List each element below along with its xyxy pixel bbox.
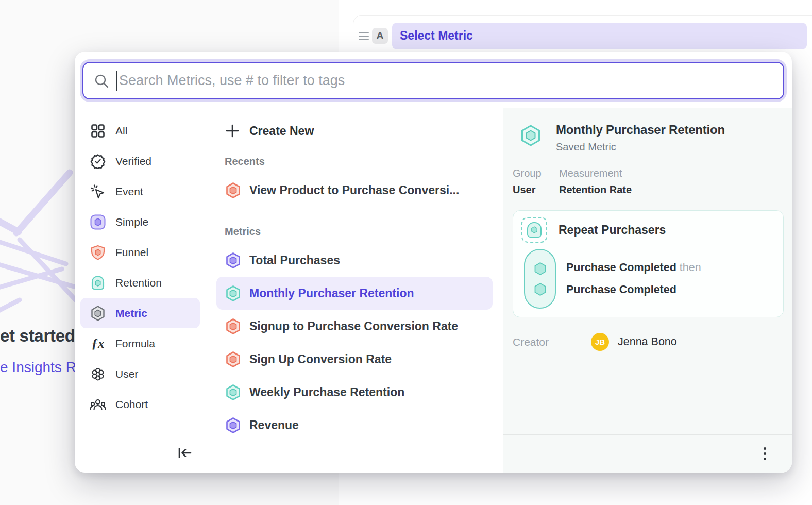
funnel-shield-icon [90,244,106,261]
metrics-header: Metrics [216,226,493,238]
step-hex-icon [533,262,547,276]
search-bar [82,62,784,99]
group-value: User [513,184,559,196]
saved-metric-hex-icon [519,124,543,147]
measurement-label: Measurement [559,167,632,179]
recents-header: Recents [216,156,493,167]
detail-header: Monthly Purchaser Retention Saved Metric [513,123,784,153]
creator-name: Jenna Bono [618,335,677,348]
sidebar-item-cohort[interactable]: Cohort [80,389,200,419]
detail-footer [503,434,792,473]
measurement-value: Retention Rate [559,184,632,196]
metric-item-label: Monthly Purchaser Retention [249,287,414,300]
list-divider [216,216,493,216]
retention-steps-capsule [524,249,556,309]
sidebar-item-simple[interactable]: Simple [80,207,200,237]
recent-item-label: View Product to Purchase Conversi... [249,183,459,197]
retention-door-icon [90,275,106,291]
sidebar-item-label: Cohort [115,398,148,411]
metric-list-panel: Create New Recents View Product to Purch… [206,108,503,473]
drag-handle-icon[interactable] [359,32,369,40]
create-new-button[interactable]: Create New [216,115,493,146]
retention-step-2: Purchase Completed [566,283,701,296]
metric-item-label: Revenue [249,418,299,432]
sidebar-item-user[interactable]: User [80,359,200,389]
sidebar-item-all[interactable]: All [80,115,200,146]
step-hex-icon [533,282,547,296]
creator-row: Creator JB Jenna Bono [513,333,784,351]
background-link-fragment[interactable]: e Insights Re [0,359,84,376]
metric-item-revenue[interactable]: Revenue [216,409,493,442]
select-metric-button[interactable]: Select Metric [392,23,807,49]
metric-detail-panel: Monthly Purchaser Retention Saved Metric… [503,108,792,473]
metric-hex-icon-teal [225,285,242,302]
sidebar-item-label: Formula [115,338,155,350]
detail-subtitle: Saved Metric [556,141,725,153]
screen: et started. e Insights Re A Select Metri… [0,0,812,505]
select-metric-label: Select Metric [400,29,473,43]
metric-item-sign-up-conversion-rate[interactable]: Sign Up Conversion Rate [216,343,493,376]
collapse-sidebar-icon[interactable] [178,446,192,460]
sidebar-item-funnel[interactable]: Funnel [80,237,200,267]
sidebar-item-label: Simple [115,216,148,228]
metric-hex-icon-red [225,182,242,199]
retention-flow: Purchase Completed then Purchase Complet… [521,249,776,309]
filter-sidebar: All Verified [75,108,206,473]
metric-item-signup-to-purchase-conversion-rate[interactable]: Signup to Purchase Conversion Rate [216,310,493,343]
step-then-text: then [676,261,701,274]
sidebar-item-label: All [115,125,127,137]
sidebar-item-formula[interactable]: ƒx Formula [80,328,200,359]
metric-hex-icon-red [225,318,242,335]
sidebar-item-verified[interactable]: Verified [80,146,200,176]
metric-hexagon-icon [90,305,106,322]
metric-hex-icon-teal [225,384,242,401]
search-icon [94,73,109,89]
metric-hex-icon-purple [225,417,242,434]
sidebar-item-retention[interactable]: Retention [80,267,200,298]
modal-body: All Verified [75,108,792,473]
sidebar-item-label: Funnel [115,246,148,259]
background-heading-fragment: et started. [0,326,79,346]
recent-item[interactable]: View Product to Purchase Conversi... [216,174,493,207]
metric-item-label: Sign Up Conversion Rate [249,352,392,366]
sidebar-item-label: Metric [115,307,147,319]
metric-picker-modal: All Verified [75,52,792,473]
metric-item-label: Weekly Purchase Retention [249,385,404,399]
metric-item-label: Total Purchases [249,254,340,267]
creator-avatar: JB [591,333,609,351]
cohort-people-icon [90,396,106,413]
creator-label: Creator [513,336,591,348]
repeat-purchasers-icon [521,217,547,243]
metric-row-card: A Select Metric [353,15,812,56]
formula-fx-icon: ƒx [90,335,106,352]
repeat-purchasers-card: Repeat Purchasers Purchase Comp [513,210,784,317]
sidebar-item-label: Retention [115,277,162,289]
grid-icon [90,123,106,139]
metric-item-label: Signup to Purchase Conversion Rate [249,319,458,333]
metric-item-total-purchases[interactable]: Total Purchases [216,244,493,277]
metric-item-monthly-purchaser-retention[interactable]: Monthly Purchaser Retention [216,277,493,310]
metric-hex-icon-red [225,351,242,368]
sidebar-item-label: Verified [115,155,151,167]
repeat-purchasers-title: Repeat Purchasers [559,223,666,237]
metric-hex-icon-purple [225,252,242,269]
detail-meta: Group User Measurement Retention Rate [513,167,784,196]
search-input[interactable] [117,73,773,89]
more-options-icon[interactable] [760,444,769,463]
group-label: Group [513,167,559,179]
simple-hex-icon [90,214,106,230]
sidebar-item-label: Event [115,186,143,198]
detail-title: Monthly Purchaser Retention [556,123,725,137]
retention-step-1: Purchase Completed then [566,261,701,274]
sidebar-item-label: User [115,368,138,380]
verified-badge-icon [90,153,106,170]
sidebar-item-metric[interactable]: Metric [80,298,200,328]
user-cluster-icon [90,366,106,382]
metric-item-weekly-purchase-retention[interactable]: Weekly Purchase Retention [216,376,493,409]
cursor-spark-icon [90,183,106,200]
sidebar-footer [75,433,206,473]
create-new-label: Create New [249,124,314,138]
plus-icon [225,123,240,139]
row-letter-badge: A [372,28,388,44]
sidebar-item-event[interactable]: Event [80,176,200,207]
